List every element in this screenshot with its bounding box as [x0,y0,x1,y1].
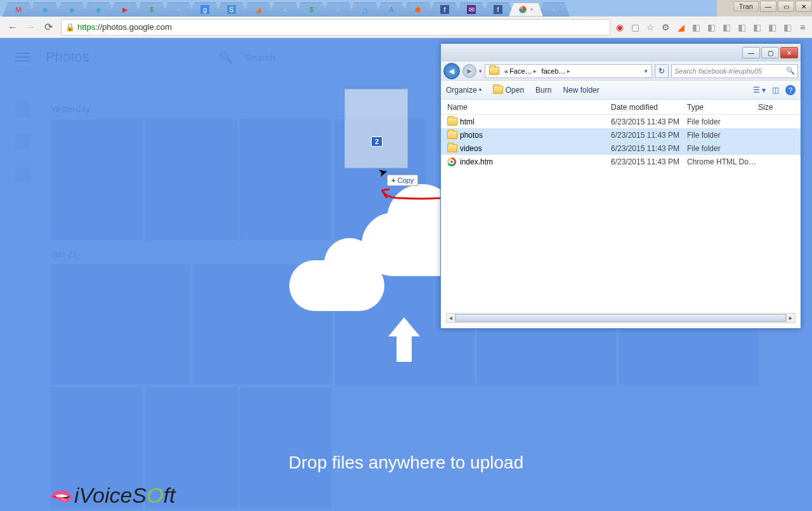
browser-tab[interactable]: ▫ [538,3,570,17]
address-bar[interactable]: 🔒 https://photos.google.com [61,19,610,36]
organize-menu[interactable]: Organize ▾ [446,86,481,95]
burn-button[interactable]: Burn [535,86,551,95]
watermark: 🫦 iVoiceSOft [49,483,175,508]
col-name[interactable]: Name [447,103,611,112]
folder-icon [447,144,457,152]
browser-tab[interactable]: g [189,3,221,17]
browser-tab[interactable]: ◆ [82,3,114,17]
ext-icon[interactable]: ▢ [629,22,641,33]
ext-icon[interactable]: ⚙ [660,22,671,33]
ext-icon[interactable]: ◧ [751,22,763,33]
folder-icon [447,117,457,126]
ext-icon[interactable]: ◧ [782,22,793,33]
file-type: File folder [687,144,763,153]
search-icon: 🔍 [786,67,795,75]
os-close-button[interactable]: ✕ [796,1,812,12]
ext-icon[interactable]: ◧ [736,22,747,33]
ext-icon[interactable]: ◧ [766,22,778,33]
explorer-titlebar[interactable]: — ▢ ✕ [441,44,801,62]
chevron-down-icon[interactable]: ▾ [479,68,482,74]
browser-tab[interactable]: ▶ [109,3,141,17]
explorer-search-input[interactable]: Search facebook-trieuphu05 🔍 [671,64,798,78]
google-photos-favicon [518,5,527,14]
scrollbar-thumb[interactable] [455,314,786,322]
nav-back-button[interactable]: ← [5,20,20,35]
tab-close-icon[interactable]: × [530,6,533,13]
explorer-list: html6/23/2015 11:43 PMFile folderphotos6… [441,115,801,168]
nav-back-button[interactable]: ◄ [443,63,460,79]
ext-icon[interactable]: ◉ [614,22,625,33]
file-name: html [460,117,611,126]
explorer-row[interactable]: index.htm6/23/2015 11:43 PMChrome HTML D… [441,155,801,168]
ext-icon[interactable]: ◢ [675,22,686,33]
help-button[interactable]: ? [785,85,796,95]
window-maximize-button[interactable]: ▢ [761,47,779,58]
os-minimize-button[interactable]: — [760,1,776,12]
refresh-button[interactable]: ↻ [655,64,669,78]
ext-icon[interactable]: ◧ [721,22,732,33]
nav-reload-button[interactable]: ⟳ [41,20,56,35]
newfolder-button[interactable]: New folder [563,86,599,95]
col-size[interactable]: Size [758,103,773,112]
extension-icons: ◉ ▢ ☆ ⚙ ◢ ◧ ◧ ◧ ◧ ◧ ◧ ◧ ≡ [614,22,808,33]
browser-tab[interactable]: ◢ [242,3,274,17]
col-type[interactable]: Type [687,103,758,112]
explorer-columns[interactable]: Name Date modified Type Size [441,100,801,115]
browser-tab[interactable]: f [482,3,514,17]
drag-ghost [344,89,408,168]
col-date[interactable]: Date modified [611,103,687,112]
explorer-navbar: ◄ ► ▾ « Face… ▸ faceb… ▸ ▾ ↻ Search face… [441,62,801,81]
explorer-window[interactable]: — ▢ ✕ ◄ ► ▾ « Face… ▸ faceb… ▸ ▾ ↻ Searc… [440,43,801,329]
browser-tab[interactable]: A [376,3,407,17]
preview-pane-button[interactable]: ◫ [772,86,779,95]
chrome-menu-icon[interactable]: ≡ [797,22,808,33]
explorer-row[interactable]: videos6/23/2015 11:43 PMFile folder [441,142,801,155]
explorer-scrollbar[interactable]: ◄ ► [446,313,796,323]
os-app-label: Tran [733,1,759,11]
explorer-row[interactable]: photos6/23/2015 11:43 PMFile folder [441,128,801,142]
ext-icon[interactable]: ◧ [690,22,702,33]
file-name: videos [460,144,611,153]
file-name: photos [460,131,611,140]
file-type: File folder [687,117,763,126]
folder-icon [489,67,499,75]
open-button[interactable]: Open [493,86,524,95]
view-options-button[interactable]: ☰ ▾ [753,86,766,95]
ext-icon[interactable]: ◧ [705,22,717,33]
bookmark-star-icon[interactable]: ☆ [645,22,656,33]
browser-tab[interactable]: $ [136,3,167,17]
browser-tab[interactable]: ▫ [322,3,354,17]
explorer-toolbar: Organize ▾ Open Burn New folder ☰ ▾ ◫ ? [441,81,801,100]
window-close-button[interactable]: ✕ [780,47,798,58]
browser-tab-active[interactable]: × [509,3,543,17]
browser-tab[interactable]: f [429,3,461,17]
file-type: Chrome HTML Do… [687,157,763,166]
url-text: https://photos.google.com [77,22,172,32]
scroll-left-button[interactable]: ◄ [447,314,455,322]
browser-tab[interactable]: △ [349,3,381,17]
browser-tab[interactable]: ▫ [162,3,194,17]
cloud-icon [289,260,384,311]
nav-forward-button[interactable]: ► [462,64,476,78]
browser-tab[interactable]: ⬢ [402,3,434,17]
browser-tab[interactable]: ▫ [269,3,301,17]
browser-tab[interactable]: ✉ [455,3,487,17]
os-maximize-button[interactable]: ▭ [778,1,794,12]
file-date: 6/23/2015 11:43 PM [611,117,687,126]
breadcrumb[interactable]: « Face… ▸ faceb… ▸ ▾ [485,64,652,78]
drag-count-badge: 2 [371,136,383,147]
browser-tab[interactable]: S [216,3,247,17]
file-date: 6/23/2015 11:43 PM [611,157,687,166]
file-type: File folder [687,131,763,140]
explorer-row[interactable]: html6/23/2015 11:43 PMFile folder [441,115,801,128]
lips-icon: 🫦 [49,484,73,507]
window-minimize-button[interactable]: — [742,47,760,58]
browser-tab[interactable]: M [3,3,34,17]
scroll-right-button[interactable]: ► [786,314,795,322]
browser-tab[interactable]: ◆ [56,3,88,17]
nav-forward-button[interactable]: → [23,20,38,35]
folder-icon [447,131,457,139]
browser-tab[interactable]: $ [296,3,327,17]
browser-tab[interactable]: ◆ [29,3,61,17]
drop-text: Drop files anywhere to upload [0,453,812,473]
